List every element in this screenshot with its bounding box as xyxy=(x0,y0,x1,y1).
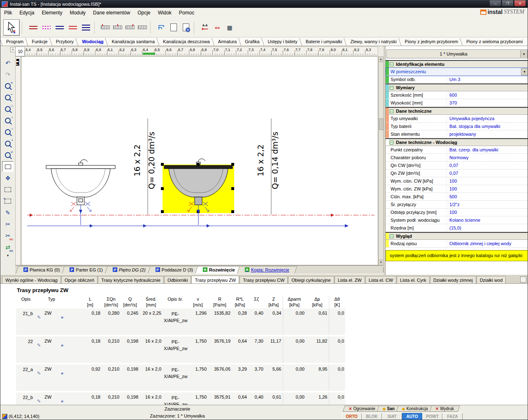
sheet-tab[interactable]: R Kopia: Rozwinięcie xyxy=(240,266,294,274)
edit-icon[interactable]: ✎ xyxy=(37,315,41,320)
sheet-tab[interactable]: P Piwnica KG (0) xyxy=(19,266,65,274)
property-row[interactable]: − Symbol odb. Um 3 ▼ xyxy=(386,76,528,84)
edit-icon[interactable]: ✎ xyxy=(37,371,41,376)
pan-button[interactable]: ✥ xyxy=(2,173,14,183)
property-row[interactable]: − Stan elementu projektowany ▼ xyxy=(386,130,528,138)
property-row[interactable]: − Wym. ciśn. CW [kPa] 100 ▼ xyxy=(386,177,528,185)
table-row[interactable]: 21_b ✎ ZW » 0,18 0,280 0,245 20 x 2,25 P… xyxy=(16,309,345,336)
undo-button[interactable]: ↶ xyxy=(2,58,14,68)
dimension-ruler-2-button[interactable] xyxy=(112,22,123,33)
chevron-down-icon[interactable]: ▼ xyxy=(520,50,527,58)
category-tab[interactable]: Przybory xyxy=(52,37,78,46)
sheet-tab[interactable]: P Poddasze D (3) xyxy=(151,266,198,274)
route-id[interactable]: 22_a xyxy=(21,367,35,372)
category-tab[interactable]: Funkcje xyxy=(28,37,52,46)
results-tab[interactable]: Wyniki ogólne - Wodociąg xyxy=(2,276,61,283)
sheet-tab[interactable]: P Parter EG (1) xyxy=(65,266,107,274)
scrollbar-thumb[interactable] xyxy=(379,118,384,130)
results-tab[interactable]: Trasy przepływu CW xyxy=(240,276,288,283)
column-header[interactable] xyxy=(36,296,43,309)
property-value[interactable]: Kolano ścienne xyxy=(447,216,528,224)
menu-item[interactable]: Dane elementów xyxy=(89,9,134,17)
collapse-icon[interactable]: − xyxy=(390,234,393,238)
zoom-extents-button[interactable]: * xyxy=(2,138,14,149)
collapse-icon[interactable]: − xyxy=(390,86,393,90)
property-row[interactable]: − W pomieszczeniu ▼ xyxy=(386,68,528,76)
category-tab[interactable]: Ustępy i bidety xyxy=(264,37,302,46)
category-tab[interactable]: Zlewy, wanny i natryski xyxy=(346,37,400,46)
context-tab[interactable]: ◆ Konstrukcja xyxy=(398,406,432,412)
category-tab[interactable]: Wodociąg xyxy=(78,37,107,46)
property-row[interactable]: − Wym. ciśn. ZW [kPa] 100 ▼ xyxy=(386,185,528,193)
property-value[interactable]: 100 xyxy=(447,177,528,185)
property-value[interactable]: Umywalka pojedyncza xyxy=(447,115,528,122)
column-header[interactable]: Δparm [kPa] xyxy=(283,296,306,309)
results-tab[interactable]: Działki wod xyxy=(477,276,506,283)
property-row[interactable]: − Typ umywalki Umywalka pojedyncza ▼ xyxy=(386,115,528,123)
results-tab[interactable]: Lista el. ZW xyxy=(335,276,365,283)
scroll-up-icon[interactable]: ▲ xyxy=(379,57,383,62)
column-header[interactable]: v [m/s] xyxy=(188,296,208,309)
sheet-tab[interactable]: R Rozwinięcie xyxy=(198,266,240,274)
menu-item[interactable]: Opcje xyxy=(134,9,154,17)
property-row[interactable]: − Rodzaj opisu Odbiornik zimnej i ciepłe… xyxy=(386,240,528,248)
property-value[interactable]: Normowy xyxy=(447,154,528,161)
menu-item[interactable]: Pomoc xyxy=(175,9,198,17)
pipe-style-magenta-button[interactable] xyxy=(40,22,53,33)
redo-button[interactable]: ↷ xyxy=(2,69,14,80)
axis-centerline[interactable] xyxy=(27,213,374,217)
zoom-window-button[interactable]: □ xyxy=(2,104,14,114)
selection-tool-button[interactable] xyxy=(3,19,20,36)
property-value[interactable]: 500 xyxy=(447,193,528,200)
results-tab[interactable]: Lista el. Cyrk xyxy=(397,276,430,283)
category-tab[interactable]: Piony z wieloma przyborami xyxy=(462,37,527,46)
snap-toggle[interactable]: ORTO xyxy=(342,413,362,420)
edit-icon[interactable]: ✎ xyxy=(37,399,41,404)
context-tab[interactable]: ◆ San xyxy=(379,406,398,412)
circulation-dg-button[interactable]: ⇄DG xyxy=(2,242,14,253)
property-row[interactable]: − Śr. przyłączy 1/2"z ▼ xyxy=(386,201,528,209)
property-row[interactable]: − Wygląd ▼ xyxy=(386,232,528,240)
results-panel-icon[interactable] xyxy=(520,276,526,283)
category-tab[interactable]: Baterie i umywalki xyxy=(302,37,347,46)
close-button[interactable]: ✕ xyxy=(514,0,526,7)
trim-tool-button[interactable]: ✂ xyxy=(2,219,14,230)
snap-toggle[interactable]: SIAT xyxy=(382,413,402,420)
menu-item[interactable]: Elementy xyxy=(38,9,66,17)
zoom-previous-button[interactable]: ‹ xyxy=(2,115,14,126)
drawing-canvas[interactable]: 16 x 2,2 Q= 0,20 dm³/s xyxy=(21,56,378,265)
maximize-button[interactable]: ❐ xyxy=(502,0,514,7)
column-header[interactable]: Q [dm³/s] xyxy=(121,296,140,309)
property-value[interactable]: 1/2"z xyxy=(447,201,528,208)
goto-route-icon[interactable]: » xyxy=(61,399,63,404)
results-tab[interactable]: Działki wody zimnej xyxy=(430,276,476,283)
category-tab[interactable]: Grafika xyxy=(241,37,263,46)
results-tab[interactable]: Trasy przepływu ZW xyxy=(191,276,239,283)
property-row[interactable]: − Wysokość [mm] 370 ▼ xyxy=(386,99,528,107)
column-header[interactable]: Σζ xyxy=(248,296,265,309)
goto-route-icon[interactable]: » xyxy=(61,371,63,376)
pipe-style-red-button[interactable] xyxy=(27,22,40,33)
marquee-select-add-button[interactable]: ↖ xyxy=(2,196,14,207)
pipe-style-multi-button[interactable] xyxy=(80,22,92,33)
column-header[interactable]: Opis śr. xyxy=(163,296,188,309)
zoom-in-button[interactable]: + xyxy=(2,81,14,91)
results-tab[interactable]: Odbiorniki xyxy=(164,276,191,283)
grid-button[interactable]: ▦ xyxy=(224,22,235,33)
property-value[interactable]: 0,07 xyxy=(447,162,528,169)
table-row[interactable]: 22_a ✎ ZW » 0,92 0,210 0,198 16 x 2,0 PE… xyxy=(16,364,345,392)
section-mark-button[interactable]: A-A⟵ xyxy=(199,22,211,33)
collapse-icon[interactable]: − xyxy=(390,109,393,113)
category-tab[interactable]: Kanalizacja deszczowa xyxy=(159,37,214,46)
category-tab[interactable]: Program xyxy=(2,37,28,46)
category-tab[interactable]: Kanalizacja sanitarna xyxy=(107,37,159,46)
column-header[interactable]: Typ xyxy=(43,296,60,309)
context-tab[interactable]: ✕ Ogrzewanie xyxy=(345,406,379,412)
collapse-icon[interactable]: − xyxy=(390,63,393,66)
column-header[interactable]: Śred. [mm] xyxy=(140,296,163,309)
property-row[interactable]: − Odstęp przyłączy [mm] 100 ▼ xyxy=(386,209,528,216)
context-tab[interactable]: ✕ Wydruk xyxy=(432,406,458,412)
zoom-next-button[interactable]: › xyxy=(2,127,14,137)
property-row[interactable]: − Wymiary ▼ xyxy=(386,84,528,91)
column-header[interactable]: Z [kPa] xyxy=(265,296,283,309)
